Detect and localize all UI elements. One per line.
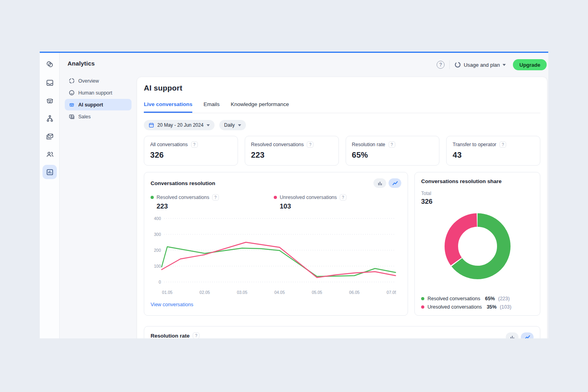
mail-icon[interactable] [43, 129, 57, 143]
bar-chart-toggle[interactable] [506, 332, 518, 338]
nav-item-ai-support[interactable]: AI support [65, 99, 132, 110]
analytics-nav: Overview Human support AI support [60, 75, 137, 123]
logo-icon[interactable] [43, 57, 57, 71]
tab-live-conversations[interactable]: Live conversations [144, 101, 192, 113]
svg-text:400: 400 [154, 216, 161, 221]
stat-label: Transfer to operator [453, 142, 496, 147]
resolution-line-chart: 010020030040001.0502.0503.0504.0505.0506… [151, 214, 401, 298]
svg-text:100: 100 [154, 264, 161, 268]
stat-label: All conversations [150, 142, 188, 147]
flows-icon[interactable] [43, 111, 57, 126]
line-chart-icon [392, 181, 398, 186]
legend-label: Uresolved conversations [427, 304, 482, 310]
help-icon[interactable]: ? [437, 61, 445, 69]
line-chart-toggle[interactable] [389, 178, 401, 188]
help-badge[interactable]: ? [191, 141, 198, 148]
view-conversations-link[interactable]: View conversations [151, 302, 193, 307]
conversations-resolution-card: Conversations resolution [144, 172, 408, 316]
bar-chart-icon [377, 181, 383, 186]
svg-text:04.05: 04.05 [274, 290, 284, 295]
granularity-select[interactable]: Daily [219, 120, 246, 130]
nav-item-human-support[interactable]: Human support [65, 87, 132, 98]
nav-item-label: AI support [78, 102, 103, 108]
help-badge[interactable]: ? [499, 141, 506, 148]
legend-percent: 65% [485, 296, 495, 301]
svg-text:0: 0 [159, 280, 161, 284]
help-badge[interactable]: ? [212, 194, 219, 201]
tab-bar: Live conversations Emails Knowledge perf… [144, 101, 540, 113]
upgrade-button[interactable]: Upgrade [513, 59, 547, 70]
stat-card-all-conversations: All conversations ? 326 [144, 136, 238, 166]
inbox-icon[interactable] [43, 75, 57, 90]
usage-circle-icon [455, 62, 461, 68]
calendar-icon [149, 122, 154, 128]
nav-item-label: Overview [78, 78, 99, 84]
ai-bot-icon[interactable] [43, 93, 57, 108]
contacts-icon[interactable] [43, 147, 57, 161]
nav-item-label: Human support [78, 90, 112, 96]
date-range-picker[interactable]: 20 May - 20 Jun 2024 [144, 120, 215, 130]
bar-chart-icon [510, 335, 515, 339]
stat-cards-row: All conversations ? 326 Resolved convers… [144, 136, 540, 166]
legend-count: (223) [498, 296, 510, 301]
human-support-icon [68, 90, 75, 96]
icon-rail [40, 53, 60, 338]
tab-emails[interactable]: Emails [203, 101, 220, 113]
legend-label: Unresolved conversations [280, 195, 337, 200]
granularity-value: Daily [224, 122, 235, 128]
nav-item-sales[interactable]: Sales [65, 111, 132, 122]
date-range-value: 20 May - 20 Jun 2024 [157, 122, 203, 128]
legend-percent: 35% [487, 304, 497, 310]
usage-and-plan-dropdown[interactable]: Usage and plan [455, 62, 506, 68]
usage-and-plan-label: Usage and plan [464, 62, 500, 68]
app-window: Analytics ? Usage and plan Upgrade Overv… [40, 52, 548, 338]
svg-text:06.05: 06.05 [349, 290, 360, 295]
stat-value: 43 [453, 151, 534, 160]
help-badge[interactable]: ? [307, 141, 313, 148]
stat-value: 326 [150, 151, 232, 160]
chevron-down-icon [207, 124, 210, 126]
donut-legend-resolved: Resolved conversations 65% (223) [421, 296, 511, 301]
chevron-down-icon [503, 64, 506, 66]
analytics-icon[interactable] [43, 165, 57, 179]
line-chart-icon [524, 335, 530, 339]
resolution-share-card: Conversations resolution share Total 326… [414, 172, 540, 316]
chart-title: Resolution rate [151, 333, 190, 339]
help-badge[interactable]: ? [389, 141, 395, 148]
legend-value: 223 [157, 203, 274, 210]
svg-text:05.05: 05.05 [312, 290, 322, 295]
nav-item-overview[interactable]: Overview [65, 75, 132, 87]
stat-card-resolution-rate: Resolution rate ? 65% [346, 136, 440, 166]
stat-card-resolved-conversations: Resolved conversations ? 223 [245, 136, 339, 166]
overview-icon [68, 78, 75, 84]
stat-card-transfer-to-operator: Transfer to operator ? 43 [446, 136, 540, 166]
help-badge[interactable]: ? [193, 332, 199, 338]
page-header-title: Analytics [68, 60, 95, 67]
legend-count: (103) [500, 304, 511, 310]
total-value: 326 [421, 198, 534, 206]
svg-text:300: 300 [154, 232, 161, 237]
legend-value: 103 [280, 203, 397, 210]
legend-label: Resolved conversations [427, 296, 480, 301]
svg-text:07.05: 07.05 [387, 290, 396, 295]
line-chart-toggle[interactable] [521, 332, 534, 338]
stat-label: Resolved conversations [251, 142, 304, 147]
ai-support-icon [68, 102, 75, 108]
resolved-legend-dot [151, 196, 154, 199]
svg-text:01.05: 01.05 [162, 290, 172, 295]
sales-icon [68, 114, 75, 120]
bar-chart-toggle[interactable] [373, 178, 386, 188]
nav-item-label: Sales [78, 114, 91, 120]
total-label: Total [421, 191, 534, 196]
resolution-donut-chart [443, 211, 513, 283]
main-panel: AI support Live conversations Emails Kno… [137, 77, 547, 338]
chart-title: Conversations resolution [151, 180, 215, 186]
stat-label: Resolution rate [352, 142, 385, 147]
header-divider [449, 60, 450, 69]
unresolved-legend-dot [421, 305, 424, 309]
donut-legend-unresolved: Uresolved conversations 35% (103) [421, 304, 511, 310]
help-badge[interactable]: ? [340, 194, 346, 201]
svg-text:02.05: 02.05 [199, 290, 210, 295]
resolution-rate-card: Resolution rate ? [144, 326, 540, 338]
tab-knowledge-performance[interactable]: Knowledge performance [231, 101, 289, 113]
